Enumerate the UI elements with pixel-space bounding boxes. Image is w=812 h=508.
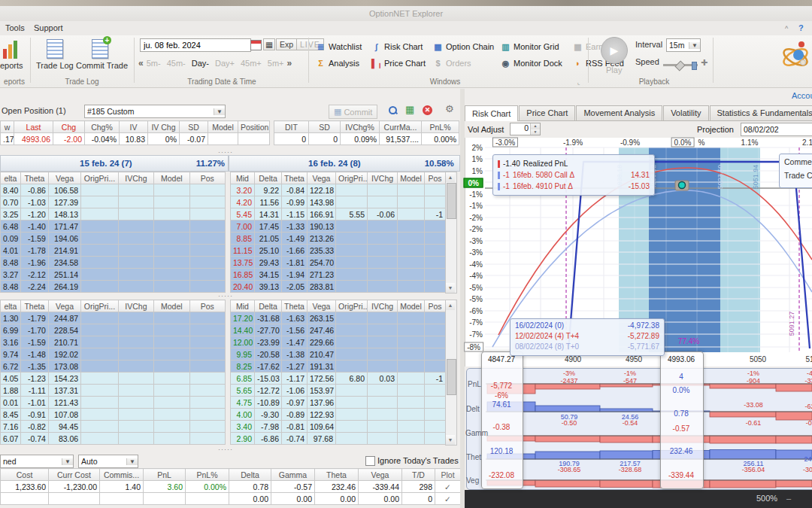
table-row[interactable]: 13.7529.43-1.81254.70 <box>231 257 446 269</box>
dialog-launcher-icon[interactable]: ⌞ <box>577 79 580 86</box>
scrollbar-thumb[interactable] <box>447 359 456 395</box>
table-row[interactable]: 0.09-1.59194.06 <box>1 233 226 245</box>
trade-log-button[interactable]: Trade Log <box>36 61 74 70</box>
nav-day-minus[interactable]: Day- <box>192 59 209 68</box>
auto-select[interactable]: Auto▼ <box>78 455 138 468</box>
close-position-icon[interactable]: ✕ <box>423 105 432 115</box>
spin-down-icon[interactable]: ▼ <box>531 129 540 135</box>
export-grid-icon[interactable]: ▦ <box>405 104 414 115</box>
expiry-header-16feb[interactable]: 16 feb. 24 (8)10.58% <box>229 155 460 172</box>
commit-button[interactable]: ▦Commit <box>329 105 377 119</box>
prev-day-icon[interactable]: « <box>138 58 144 68</box>
ignore-trades-checkbox[interactable] <box>365 456 375 466</box>
tab-statistics-fundamentals[interactable]: Statistics & Fundamentals <box>710 105 812 120</box>
trade-comment-panel[interactable]: Comme Trade C <box>779 154 812 188</box>
price-chart-button[interactable]: ▌╷Price Chart <box>371 56 433 71</box>
reports-button[interactable]: eports <box>0 61 23 70</box>
tab-movement-analysis[interactable]: Movement Analysis <box>576 105 662 120</box>
table-row[interactable]: 000.09%91,537....0.00% <box>274 133 459 145</box>
table-row[interactable]: 7.0017.45-1.33190.13 <box>231 221 446 233</box>
help-icon[interactable]: ? <box>798 23 804 32</box>
option-chain-button[interactable]: ▦Option Chain <box>433 39 501 54</box>
analysis-button[interactable]: ΣAnalysis <box>316 56 371 71</box>
scroll-down-icon[interactable]: ▼ <box>446 435 455 445</box>
tab-price-chart[interactable]: Price Chart <box>519 105 575 120</box>
table-row[interactable]: 20.4039.13-2.05283.81 <box>231 281 446 293</box>
table-row[interactable]: 3.209.22-0.84122.18 <box>231 184 446 196</box>
menu-support[interactable]: Support <box>34 23 63 32</box>
table-row[interactable]: 3.25-1.20148.13 <box>1 208 226 221</box>
play-button[interactable]: ▶ <box>601 37 628 64</box>
scrollbar-thumb[interactable] <box>447 183 456 219</box>
commit-trade-icon[interactable]: + <box>92 39 108 59</box>
table-row[interactable]: 4.00-9.30-0.89122.93 <box>231 409 446 421</box>
table-row[interactable]: 14.40-27.70-1.56247.46 <box>231 324 446 336</box>
spin-up-icon[interactable]: ▲ <box>531 123 540 129</box>
monitor-grid-button[interactable]: ▥Monitor Grid <box>501 39 573 54</box>
table-row[interactable]: 3.40-7.98-0.81109.64 <box>231 421 446 433</box>
table-row[interactable]: 0.01-1.01121.43 <box>1 397 226 409</box>
scroll-down-icon[interactable]: ▼ <box>446 283 455 293</box>
table-row[interactable]: 3.27-2.12251.14 <box>1 269 226 281</box>
nav-45m-plus[interactable]: 45m+ <box>241 59 262 68</box>
scroll-up-icon[interactable]: ▲ <box>446 300 455 310</box>
next-day-icon[interactable]: » <box>286 58 292 68</box>
nav-45m-minus[interactable]: 45m- <box>167 59 186 68</box>
table-row[interactable]: 6.07-0.7483.06 <box>1 433 226 445</box>
speed-plus-icon[interactable]: ✚ <box>701 58 707 68</box>
nav-5m-plus[interactable]: 5m+ <box>268 59 284 68</box>
orders-button[interactable]: $Orders <box>433 56 501 71</box>
table-row[interactable]: 4.01-1.78214.91 <box>1 245 226 257</box>
table-row[interactable]: 1,233.60-1,230.001.403.600.00%0.78-0.572… <box>1 481 461 493</box>
watchlist-button[interactable]: ≣Watchlist <box>316 39 371 54</box>
table-row[interactable]: 8.40-0.86106.58 <box>1 184 226 196</box>
scrollbar-block1[interactable]: ▲ ▼ <box>445 172 457 294</box>
trade-item[interactable]: Trade C <box>784 171 812 184</box>
ribbon-collapse-icon[interactable]: ^ <box>785 25 788 32</box>
splitter-handle[interactable]: ····· <box>218 292 233 300</box>
zoom-slider-icon[interactable]: – <box>786 494 791 503</box>
scrollbar-block2[interactable]: ▲ ▼ <box>445 300 457 446</box>
search-icon[interactable] <box>388 105 398 116</box>
reports-icon[interactable] <box>2 40 20 59</box>
time-picker-button[interactable]: ▦ <box>263 38 275 50</box>
table-row[interactable]: 0.70-1.03127.39 <box>1 196 226 208</box>
display-mode-select[interactable]: ned▼ <box>0 455 74 468</box>
speed-knob2[interactable] <box>692 62 697 70</box>
table-row[interactable]: 1.30-1.79244.87 <box>1 312 226 324</box>
table-row[interactable]: 1.88-1.11137.31 <box>1 385 226 397</box>
commit-trade-button[interactable]: Commit Trade <box>76 61 128 70</box>
table-row[interactable]: 9.74-1.48192.02 <box>1 348 226 360</box>
tab-risk-chart[interactable]: Risk Chart <box>465 105 518 121</box>
trade-log-icon[interactable] <box>47 39 63 59</box>
interval-select[interactable]: 15m▼ <box>666 38 701 52</box>
table-row[interactable]: 2.90-6.86-0.7497.68 <box>231 433 446 445</box>
chart-legend[interactable]: -1.40Realized PnL -116feb. 5080 Call Δ14… <box>492 154 655 196</box>
table-row[interactable]: 3.16-1.59210.71 <box>1 336 226 348</box>
tab-volatility[interactable]: Volatility <box>663 105 708 120</box>
comment-item[interactable]: Comme <box>784 157 812 171</box>
table-row[interactable]: 7.16-0.8294.45 <box>1 421 226 433</box>
speed-slider[interactable] <box>663 60 698 69</box>
table-row[interactable]: 6.85-15.03-1.17172.566.800.03-1 <box>231 373 446 385</box>
exp-button[interactable]: Exp <box>276 38 297 50</box>
table-row[interactable]: 6.99-1.70228.54 <box>1 324 226 336</box>
table-row[interactable]: 6.72-1.35173.08 <box>1 360 226 373</box>
trading-date-input[interactable] <box>140 38 251 52</box>
risk-chart-button[interactable]: ∫Risk Chart <box>371 39 433 54</box>
menu-tools[interactable]: Tools <box>5 23 25 32</box>
calendar-icon[interactable] <box>250 40 262 50</box>
table-row[interactable]: 6.48-1.40171.47 <box>1 221 226 233</box>
strategy-select[interactable]: #185 Custom▼ <box>84 105 226 118</box>
nav-5m-minus[interactable]: 5m- <box>147 59 161 68</box>
splitter-handle[interactable]: ····· <box>218 446 233 453</box>
table-row[interactable]: 8.45-0.91107.08 <box>1 409 226 421</box>
table-row[interactable]: 4.75-10.89-0.97137.96 <box>231 397 446 409</box>
table-row[interactable]: 8.8521.05-1.49213.26 <box>231 233 446 245</box>
gear-icon[interactable]: ⚙ <box>445 103 454 114</box>
table-row[interactable]: 4.05-1.23154.23 <box>1 373 226 385</box>
table-row[interactable]: 9.95-20.58-1.38210.47 <box>231 348 446 360</box>
nav-day-plus[interactable]: Day+ <box>215 59 235 68</box>
table-row[interactable]: 5.65-12.72-1.06153.97 <box>231 385 446 397</box>
table-row[interactable]: 8.48-1.96234.58 <box>1 257 226 269</box>
